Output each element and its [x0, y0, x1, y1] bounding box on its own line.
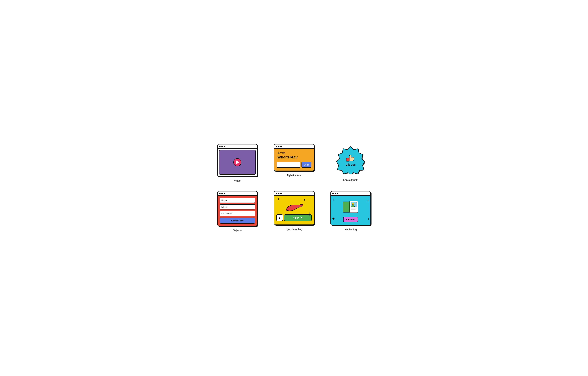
- video-browser-content: [218, 149, 257, 176]
- video-preview[interactable]: [219, 150, 256, 175]
- newsletter-title-bold: nyheitsbrev: [277, 155, 311, 159]
- dot1: [219, 193, 220, 194]
- dot2: [335, 193, 336, 194]
- newsletter-cell: Få vårt nyheitsbrev Send Nyheitsbrev: [271, 144, 316, 182]
- dot2: [221, 193, 223, 194]
- form-field-name[interactable]: Namn: [220, 198, 255, 203]
- shopping-window: 1 Kjøp 🛍: [274, 191, 314, 225]
- brochure-icon: [342, 199, 359, 215]
- newsletter-label: Nyheitsbrev: [287, 174, 301, 177]
- svg-rect-2: [346, 158, 349, 161]
- form-cell: Namn E-post Kommentar Kontakt oss Skjema: [215, 191, 260, 232]
- download-cell: Last ned Nedlasting: [328, 191, 373, 232]
- form-browser-bar: [218, 191, 257, 196]
- shopping-label: Kjøpshandling: [286, 228, 302, 231]
- shopping-cell: 1 Kjøp 🛍 Kjøpshandling: [271, 191, 316, 232]
- cart-icon: 🛍: [300, 216, 302, 219]
- shoe-icon: [285, 199, 303, 212]
- download-label: Nedlasting: [345, 228, 357, 231]
- newsletter-browser-bar: [274, 144, 314, 149]
- newsletter-window: Få vårt nyheitsbrev Send: [274, 144, 314, 171]
- brochure-area: [342, 199, 359, 215]
- buy-label: Kjøp: [294, 216, 299, 219]
- badge-container: Lik oss: [335, 144, 367, 176]
- dot1: [276, 146, 277, 147]
- newsletter-content: Få vårt nyheitsbrev Send: [274, 149, 314, 171]
- svg-rect-22: [351, 208, 357, 209]
- contactpoint-cell: Lik oss Kontaktpunkt: [328, 144, 373, 182]
- dot3: [337, 193, 338, 194]
- form-window: Namn E-post Kommentar Kontakt oss: [217, 191, 258, 226]
- thumbs-up-icon: [346, 154, 356, 162]
- badge-inner-content: Lik oss: [346, 154, 356, 166]
- download-content: Last ned: [331, 196, 370, 225]
- sparkles-icon: [276, 197, 313, 201]
- dot1: [332, 193, 334, 194]
- video-cell: Video: [215, 144, 260, 182]
- shop-content: 1 Kjøp 🛍: [274, 196, 314, 224]
- badge-label: Lik oss: [346, 163, 356, 166]
- contactpoint-label: Kontaktpunkt: [343, 179, 358, 182]
- download-button[interactable]: Last ned: [343, 217, 358, 222]
- video-browser-bar: [218, 144, 257, 149]
- dot3: [224, 146, 225, 147]
- newsletter-send-button[interactable]: Send: [302, 162, 311, 168]
- newsletter-subtitle: Få vårt: [277, 152, 311, 155]
- dot2: [278, 193, 279, 194]
- svg-rect-17: [343, 202, 350, 212]
- play-button[interactable]: [233, 158, 242, 166]
- form-submit-button[interactable]: Kontakt oss: [220, 218, 255, 224]
- quantity-box[interactable]: 1: [276, 214, 283, 221]
- download-window: Last ned: [330, 191, 371, 225]
- sparkle-bottom-icon: [307, 212, 311, 217]
- video-label: Video: [234, 179, 241, 182]
- form-content: Namn E-post Kommentar Kontakt oss: [218, 196, 257, 226]
- newsletter-input-field[interactable]: [277, 162, 300, 168]
- dot1: [219, 146, 220, 147]
- dot2: [278, 146, 279, 147]
- main-grid: Video Få vårt nyheitsbrev Send Nyheitsbr…: [215, 144, 373, 232]
- play-icon: [236, 160, 239, 164]
- svg-rect-23: [351, 209, 356, 210]
- dot3: [280, 193, 282, 194]
- form-field-comment[interactable]: Kommentar: [220, 211, 255, 216]
- dot2: [221, 146, 223, 147]
- dot3: [224, 193, 225, 194]
- newsletter-input-row: Send: [277, 162, 311, 168]
- star-badge[interactable]: Lik oss: [336, 145, 365, 174]
- video-window: [217, 144, 258, 177]
- dot1: [276, 193, 277, 194]
- shopping-browser-bar: [274, 191, 314, 196]
- form-label: Skjema: [233, 229, 242, 232]
- shop-action-row: 1 Kjøp 🛍: [276, 214, 312, 221]
- download-browser-bar: [331, 191, 370, 196]
- dot3: [280, 146, 282, 147]
- form-field-email[interactable]: E-post: [220, 204, 255, 210]
